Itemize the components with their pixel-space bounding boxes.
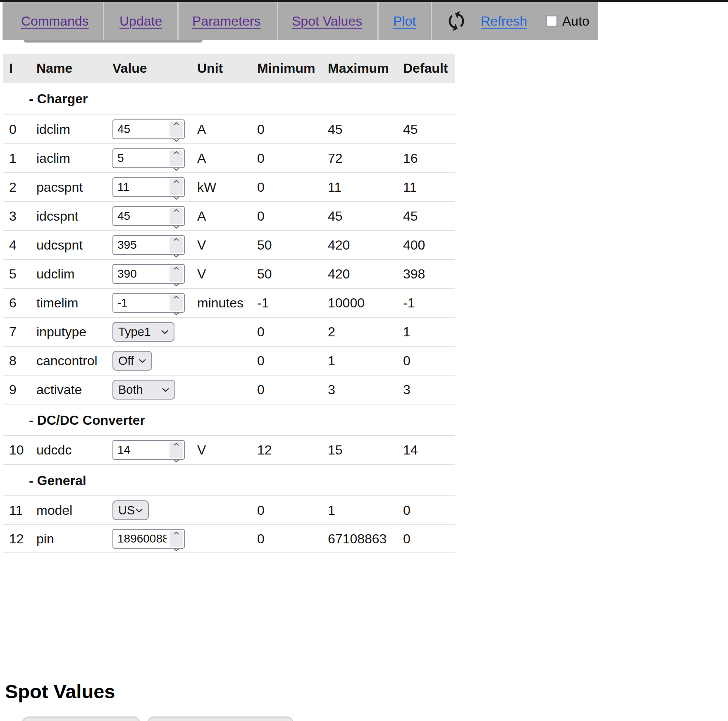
number-spinner[interactable]: [169, 208, 183, 224]
param-row-idcspnt: 3idcspntA04545: [3, 201, 455, 230]
param-unit: A: [197, 151, 257, 166]
param-maximum: 67108863: [328, 531, 403, 547]
param-unit: A: [197, 209, 257, 224]
spinner-up-icon[interactable]: [173, 143, 179, 158]
param-name: pin: [36, 531, 112, 547]
spinner-down-icon[interactable]: [173, 304, 179, 319]
param-number-field: [112, 264, 185, 284]
param-value-select[interactable]: Off: [112, 351, 152, 371]
param-unit: V: [197, 267, 257, 282]
nav-link-parameters[interactable]: Parameters: [192, 14, 260, 29]
param-name: udclim: [36, 267, 112, 282]
param-maximum: 15: [328, 443, 403, 458]
param-maximum: 72: [328, 151, 403, 166]
spinner-up-icon[interactable]: [173, 434, 179, 450]
param-default: 14: [403, 443, 455, 458]
spinner-down-icon[interactable]: [173, 540, 179, 555]
param-maximum: 11: [328, 180, 403, 195]
number-spinner[interactable]: [169, 121, 183, 137]
refresh-icon[interactable]: [442, 6, 471, 36]
param-row-iaclim: 1iaclimA07216: [3, 143, 455, 172]
param-minimum: 50: [257, 267, 328, 282]
col-header-value: Value: [112, 61, 197, 76]
spinner-up-icon[interactable]: [173, 229, 179, 245]
nav-link-update[interactable]: Update: [119, 14, 162, 29]
spot-values-heading: Spot Values: [5, 680, 115, 703]
param-index: 8: [9, 353, 36, 369]
navbar: Commands Update Parameters Spot Values P…: [2, 2, 598, 40]
table-body: - Charger0idclimA045451iaclimA072162pacs…: [3, 83, 455, 553]
nav-link-spot-values[interactable]: Spot Values: [292, 14, 362, 29]
number-spinner[interactable]: [169, 442, 183, 458]
number-spinner[interactable]: [169, 531, 183, 547]
spinner-up-icon[interactable]: [173, 258, 179, 274]
param-value-cell: [112, 440, 197, 460]
spinner-up-icon[interactable]: [173, 523, 179, 538]
param-maximum: 45: [328, 122, 403, 137]
spinner-up-icon[interactable]: [173, 200, 179, 216]
param-default: 0: [403, 531, 455, 547]
param-name: cancontrol: [36, 353, 112, 369]
param-index: 5: [9, 267, 36, 282]
param-index: 7: [9, 324, 36, 340]
param-value-select[interactable]: Type1: [112, 322, 174, 342]
param-number-field: [112, 119, 185, 139]
param-default: 400: [403, 238, 455, 253]
param-minimum: 50: [257, 238, 328, 253]
param-number-field: [112, 293, 185, 313]
param-default: 45: [403, 209, 455, 224]
parameters-table: I Name Value Unit Minimum Maximum Defaul…: [3, 54, 455, 553]
chevron-down-icon: [138, 359, 146, 363]
spinner-up-icon[interactable]: [173, 114, 179, 129]
select-value: Type1: [118, 325, 151, 339]
param-maximum: 45: [328, 209, 403, 224]
number-spinner[interactable]: [169, 295, 183, 311]
param-row-udclim: 5udclimV50420398: [3, 259, 455, 288]
param-value-select[interactable]: US: [112, 500, 149, 520]
spot-values-button-partial-2[interactable]: [147, 716, 294, 721]
number-spinner[interactable]: [169, 150, 183, 166]
param-minimum: 12: [257, 443, 328, 458]
param-value-cell: [112, 235, 197, 255]
nav-link-commands[interactable]: Commands: [21, 14, 89, 29]
nav-link-refresh[interactable]: Refresh: [481, 14, 527, 29]
param-index: 10: [9, 443, 36, 458]
spinner-down-icon[interactable]: [173, 451, 179, 466]
param-maximum: 420: [328, 238, 403, 253]
param-value-cell: [112, 293, 197, 313]
param-unit: A: [197, 122, 257, 137]
select-value: Off: [118, 354, 134, 368]
spinner-up-icon[interactable]: [173, 287, 179, 302]
section-header: - General: [3, 464, 455, 495]
number-spinner[interactable]: [169, 266, 183, 282]
spot-values-button-partial-1[interactable]: [22, 716, 140, 721]
param-value-cell: [112, 206, 197, 226]
param-index: 3: [9, 209, 36, 224]
auto-checkbox-label: Auto: [562, 14, 590, 29]
param-index: 2: [9, 180, 36, 195]
param-name: udcdc: [36, 443, 112, 458]
param-value-cell: US: [112, 500, 197, 520]
param-index: 12: [9, 531, 36, 547]
param-name: activate: [36, 382, 112, 397]
number-spinner[interactable]: [169, 179, 183, 195]
param-row-timelim: 6timelimminutes-110000-1: [3, 288, 455, 317]
param-unit: minutes: [197, 295, 257, 311]
nav-link-plot[interactable]: Plot: [393, 14, 416, 29]
param-value-select[interactable]: Both: [112, 380, 175, 400]
number-spinner[interactable]: [169, 237, 183, 253]
param-row-pin: 12pin0671088630: [3, 524, 455, 553]
nav-separator: [177, 2, 179, 40]
col-header-name: Name: [36, 61, 112, 76]
param-name: pacspnt: [36, 180, 112, 195]
nav-separator: [377, 2, 379, 40]
col-header-i: I: [9, 61, 36, 76]
spinner-up-icon[interactable]: [173, 171, 179, 187]
param-minimum: 0: [257, 151, 328, 166]
param-value-cell: Type1: [112, 322, 197, 342]
param-minimum: 0: [257, 324, 328, 340]
section-header: - DC/DC Converter: [3, 404, 455, 435]
chevron-down-icon: [161, 330, 169, 334]
auto-checkbox[interactable]: [546, 15, 558, 27]
param-value-cell: [112, 264, 197, 284]
